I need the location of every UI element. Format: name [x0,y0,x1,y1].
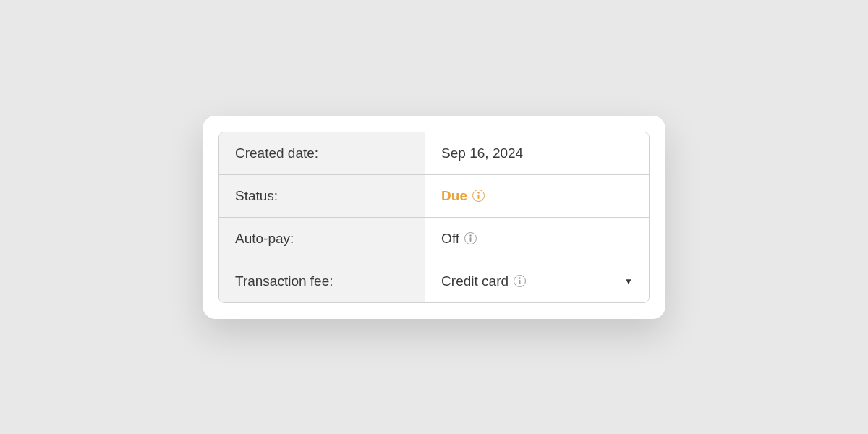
svg-point-0 [477,192,479,193]
status-value-cell: Due [425,175,649,217]
svg-rect-5 [519,280,521,284]
created-date-label: Created date: [219,132,425,174]
details-card: Created date: Sep 16, 2024 Status: Due A… [203,116,665,319]
transaction-fee-label: Transaction fee: [219,260,425,302]
svg-point-2 [469,234,471,236]
transaction-fee-value-cell[interactable]: Credit card ▼ [425,260,649,302]
info-icon[interactable] [472,190,485,202]
row-created-date: Created date: Sep 16, 2024 [219,132,649,175]
auto-pay-value-cell: Off [425,218,649,260]
svg-rect-3 [470,237,472,242]
status-value: Due [441,188,467,204]
created-date-value: Sep 16, 2024 [441,145,523,161]
transaction-fee-value: Credit card [441,273,509,289]
auto-pay-value: Off [441,231,459,247]
info-icon[interactable] [464,232,477,244]
row-status: Status: Due [219,175,649,218]
svg-point-4 [519,277,520,278]
auto-pay-label: Auto-pay: [219,218,425,260]
details-table: Created date: Sep 16, 2024 Status: Due A… [218,132,650,303]
row-auto-pay: Auto-pay: Off [219,218,649,260]
row-transaction-fee: Transaction fee: Credit card ▼ [219,260,649,302]
status-label: Status: [219,175,425,217]
svg-rect-1 [478,195,480,199]
info-icon[interactable] [514,275,526,287]
chevron-down-icon[interactable]: ▼ [624,276,633,286]
created-date-value-cell: Sep 16, 2024 [425,132,649,174]
